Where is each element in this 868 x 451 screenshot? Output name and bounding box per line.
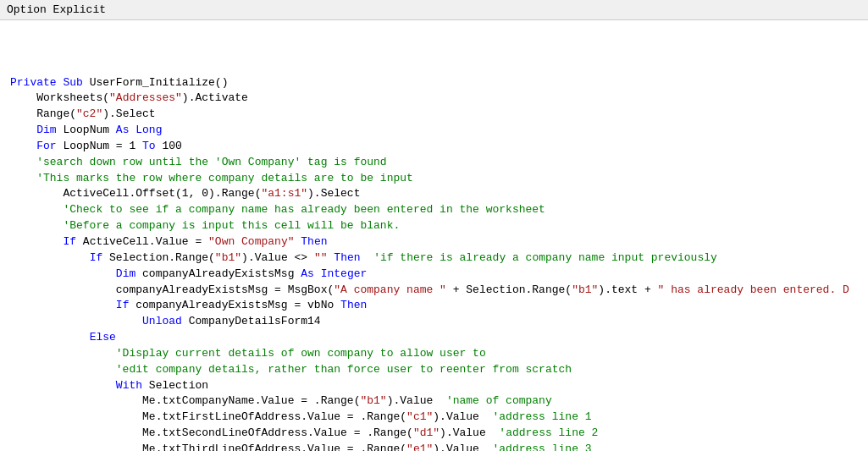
code-line-26: Me.txtThirdLineOfAddress.Value = .Range(… (10, 443, 592, 451)
code-line-17: If companyAlreadyExistsMsg = vbNo Then (10, 299, 367, 311)
code-line-21: 'edit company details, rather than force… (10, 363, 572, 376)
code-line-8: 'search down row until the 'Own Company'… (10, 156, 387, 168)
code-line-16: companyAlreadyExistsMsg = MsgBox("A comp… (10, 283, 849, 296)
code-line-22: With Selection (10, 379, 208, 392)
code-line-6: Dim LoopNum As Long (10, 124, 162, 136)
code-line-3: Private Sub UserForm_Initialize() (10, 76, 228, 89)
title-bar: Option Explicit (0, 0, 868, 20)
code-line-12: 'Before a company is input this cell wil… (10, 219, 400, 232)
code-area: Private Sub UserForm_Initialize() Worksh… (0, 20, 868, 451)
code-line-23: Me.txtCompanyName.Value = .Range("b1").V… (10, 394, 552, 407)
code-line-9: 'This marks the row where company detail… (10, 172, 413, 184)
code-line-25: Me.txtSecondLineOfAddress.Value = .Range… (10, 426, 598, 439)
code-line-15: Dim companyAlreadyExistsMsg As Integer (10, 267, 367, 280)
code-line-13: If ActiveCell.Value = "Own Company" Then (10, 235, 328, 248)
code-line-11: 'Check to see if a company name has alre… (10, 203, 545, 216)
code-line-20: 'Display current details of own company … (10, 347, 486, 360)
code-line-18: Unload CompanyDetailsForm14 (10, 315, 321, 327)
code-line-24: Me.txtFirstLineOfAddress.Value = .Range(… (10, 410, 592, 423)
code-line-5: Range("c2").Select (10, 107, 156, 120)
code-line-4: Worksheets("Addresses").Activate (10, 91, 248, 104)
title-label: Option Explicit (7, 3, 106, 16)
code-line-7: For LoopNum = 1 To 100 (10, 140, 182, 152)
code-line-19: Else (10, 331, 116, 344)
code-line-10: ActiveCell.Offset(1, 0).Range("a1:s1").S… (10, 187, 360, 200)
code-line-14: If Selection.Range("b1").Value <> "" The… (10, 251, 717, 264)
